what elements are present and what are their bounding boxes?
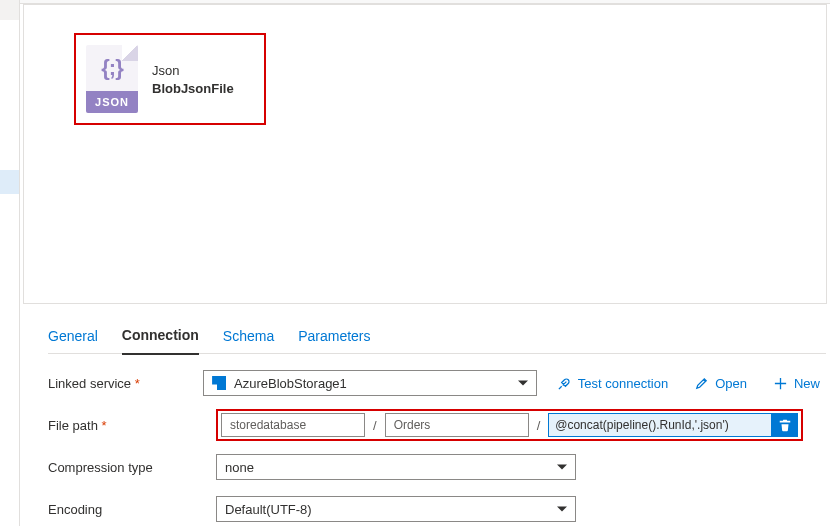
new-label: New (794, 376, 820, 391)
dataset-type-label: Json (152, 63, 234, 78)
test-connection-button[interactable]: Test connection (557, 376, 668, 391)
chevron-down-icon (557, 465, 567, 470)
linked-service-actions: Test connection Open New (557, 376, 820, 391)
connection-form: Linked service AzureBlobStorage1 Test co… (48, 362, 820, 526)
path-separator-1: / (371, 418, 379, 433)
json-braces-icon: {;} (86, 55, 138, 81)
dataset-card[interactable]: {;} JSON Json BlobJsonFile (74, 33, 266, 125)
tab-bar: General Connection Schema Parameters (48, 322, 826, 354)
clear-expression-button[interactable] (772, 413, 798, 437)
compression-label: Compression type (48, 460, 216, 475)
plug-icon (557, 376, 572, 391)
file-expression-wrap (548, 413, 798, 437)
new-button[interactable]: New (773, 376, 820, 391)
open-button[interactable]: Open (694, 376, 747, 391)
path-separator-2: / (535, 418, 543, 433)
chevron-down-icon (518, 381, 528, 386)
tab-connection[interactable]: Connection (122, 321, 199, 355)
rail-selection (0, 170, 20, 194)
chevron-down-icon (557, 507, 567, 512)
json-file-icon: {;} JSON (86, 45, 138, 113)
linked-service-select[interactable]: AzureBlobStorage1 (203, 370, 537, 396)
encoding-label: Encoding (48, 502, 216, 517)
dataset-name-label: BlobJsonFile (152, 81, 234, 96)
tab-general[interactable]: General (48, 322, 98, 354)
linked-service-label: Linked service (48, 376, 203, 391)
designer-canvas[interactable]: {;} JSON Json BlobJsonFile (23, 4, 827, 304)
rail-corner (0, 0, 20, 20)
linked-service-value: AzureBlobStorage1 (234, 376, 347, 391)
storage-icon (212, 376, 226, 390)
row-file-path: File path / / (48, 404, 820, 446)
dataset-card-text: Json BlobJsonFile (152, 63, 234, 96)
row-compression: Compression type none (48, 446, 820, 488)
file-expression-input[interactable] (548, 413, 772, 437)
trash-icon (778, 418, 792, 432)
test-connection-label: Test connection (578, 376, 668, 391)
encoding-value: Default(UTF-8) (225, 502, 312, 517)
compression-select[interactable]: none (216, 454, 576, 480)
rail-divider (19, 0, 20, 526)
file-path-label: File path (48, 418, 216, 433)
file-path-highlight: / / (216, 409, 803, 441)
open-label: Open (715, 376, 747, 391)
encoding-select[interactable]: Default(UTF-8) (216, 496, 576, 522)
left-rail (0, 0, 20, 526)
plus-icon (773, 376, 788, 391)
pencil-icon (694, 376, 709, 391)
row-linked-service: Linked service AzureBlobStorage1 Test co… (48, 362, 820, 404)
tab-schema[interactable]: Schema (223, 322, 274, 354)
container-input[interactable] (221, 413, 365, 437)
row-encoding: Encoding Default(UTF-8) (48, 488, 820, 526)
folder-input[interactable] (385, 413, 529, 437)
json-band-label: JSON (86, 91, 138, 113)
tab-parameters[interactable]: Parameters (298, 322, 370, 354)
compression-value: none (225, 460, 254, 475)
